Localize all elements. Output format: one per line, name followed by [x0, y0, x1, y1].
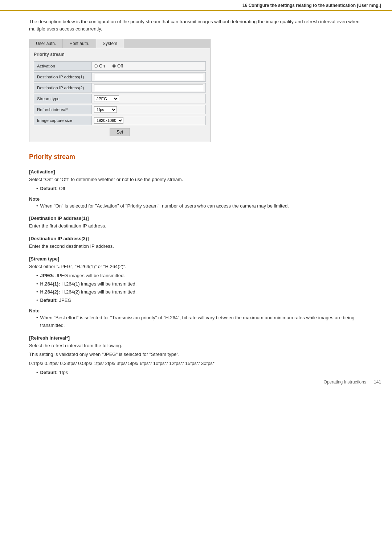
activation-body: Select "On" or "Off" to determine whethe…	[29, 176, 363, 184]
label-dest-ip1: Destination IP address(1)	[34, 72, 92, 82]
label-activation: Activation	[34, 61, 92, 71]
note-label-stream-type: Note	[29, 308, 363, 313]
panel-body: Priority stream Activation On	[29, 48, 210, 142]
tab-system[interactable]: System	[96, 39, 124, 48]
input-dest-ip2[interactable]	[94, 85, 203, 91]
select-refresh-interval[interactable]: 0.1fps 0.2fps 0.33fps 0.5fps 1fps 2fps 3…	[94, 106, 117, 113]
subheading-refresh-interval: [Refresh interval*]	[29, 335, 363, 341]
ui-panel: User auth. Host auth. System Priority st…	[29, 39, 211, 142]
subheading-activation: [Activation]	[29, 169, 363, 175]
dest-ip1-body: Enter the first destination IP address.	[29, 222, 363, 230]
control-dest-ip1	[92, 72, 206, 82]
subsection-refresh-interval: [Refresh interval*] Select the refresh i…	[29, 335, 363, 377]
footer-text: Operating Instructions	[324, 379, 366, 385]
note-bullet-stream-type: When "Best effort" is selected for "Tran…	[36, 314, 363, 329]
tab-host-auth[interactable]: Host auth.	[63, 39, 96, 48]
stream-type-bullet-h264-1: H.264(1): H.264(1) images will be transm…	[36, 280, 363, 288]
control-refresh-interval: 0.1fps 0.2fps 0.33fps 0.5fps 1fps 2fps 3…	[92, 105, 206, 114]
refresh-interval-body-3: 0.1fps/ 0.2fps/ 0.33fps/ 0.5fps/ 1fps/ 2…	[29, 360, 363, 368]
radio-circle-off	[112, 64, 116, 68]
footer-divider	[370, 379, 370, 385]
stream-type-bullet-h264-2: H.264(2): H.264(2) images will be transm…	[36, 288, 363, 296]
form-row-stream-type: Stream type JPEG H.264(1) H.264(2)	[34, 94, 206, 103]
control-image-capture-size: 1920x1080	[92, 116, 206, 125]
stream-type-bullet-jpeg: JPEG: JPEG images will be transmitted.	[36, 272, 363, 280]
header-title: 16 Configure the settings relating to th…	[242, 3, 381, 8]
footer-page: 141	[374, 379, 381, 385]
activation-default-bullet: Default: Off	[36, 185, 363, 193]
activation-radio-group: On Off	[94, 63, 123, 69]
panel-tabs: User auth. Host auth. System	[29, 39, 210, 48]
stream-type-body: Select either "JPEG", "H.264(1)" or "H.2…	[29, 263, 363, 271]
subheading-dest-ip1: [Destination IP address(1)]	[29, 216, 363, 221]
note-bullet-activation: When "On" is selected for "Activation" o…	[36, 202, 363, 210]
activation-note: Note When "On" is selected for "Activati…	[29, 196, 363, 210]
subheading-stream-type: [Stream type]	[29, 256, 363, 262]
label-refresh-interval: Refresh interval*	[34, 105, 92, 114]
radio-circle-on	[94, 64, 98, 68]
control-activation: On Off	[92, 61, 206, 71]
subheading-dest-ip2: [Destination IP address(2)]	[29, 236, 363, 241]
intro-text: The description below is the configurati…	[29, 18, 363, 32]
subsection-activation: [Activation] Select "On" or "Off" to det…	[29, 169, 363, 210]
label-dest-ip2: Destination IP address(2)	[34, 83, 92, 93]
tab-user-auth[interactable]: User auth.	[29, 39, 63, 48]
select-image-capture-size[interactable]: 1920x1080	[94, 117, 123, 124]
page-footer: Operating Instructions 141	[324, 379, 381, 385]
page-header: 16 Configure the settings relating to th…	[0, 0, 392, 11]
radio-off[interactable]: Off	[112, 63, 123, 69]
refresh-interval-body-1: Select the refresh interval from the fol…	[29, 342, 363, 350]
section-heading-priority-stream: Priority stream	[29, 153, 363, 163]
priority-stream-label: Priority stream	[34, 52, 206, 58]
note-label-activation: Note	[29, 196, 363, 202]
form-row-dest-ip1: Destination IP address(1)	[34, 72, 206, 82]
control-stream-type: JPEG H.264(1) H.264(2)	[92, 94, 206, 103]
main-content: The description below is the configurati…	[0, 11, 392, 392]
subsection-dest-ip2: [Destination IP address(2)] Enter the se…	[29, 236, 363, 250]
form-row-activation: Activation On Off	[34, 61, 206, 71]
subsection-stream-type: [Stream type] Select either "JPEG", "H.2…	[29, 256, 363, 329]
set-button[interactable]: Set	[110, 128, 130, 136]
label-image-capture-size: Image capture size	[34, 116, 92, 125]
form-row-dest-ip2: Destination IP address(2)	[34, 83, 206, 93]
control-dest-ip2	[92, 83, 206, 93]
stream-type-bullet-default: Default: JPEG	[36, 297, 363, 304]
form-row-refresh-interval: Refresh interval* 0.1fps 0.2fps 0.33fps …	[34, 105, 206, 114]
refresh-interval-default-bullet: Default: 1fps	[36, 369, 363, 377]
dest-ip2-body: Enter the second destination IP address.	[29, 243, 363, 250]
input-dest-ip1[interactable]	[94, 74, 203, 80]
label-stream-type: Stream type	[34, 94, 92, 103]
select-stream-type[interactable]: JPEG H.264(1) H.264(2)	[94, 95, 119, 102]
form-row-image-capture-size: Image capture size 1920x1080	[34, 116, 206, 125]
radio-on[interactable]: On	[94, 63, 105, 69]
stream-type-note: Note When "Best effort" is selected for …	[29, 308, 363, 329]
subsection-dest-ip1: [Destination IP address(1)] Enter the fi…	[29, 216, 363, 230]
refresh-interval-body-2: This setting is validated only when "JPE…	[29, 351, 363, 358]
